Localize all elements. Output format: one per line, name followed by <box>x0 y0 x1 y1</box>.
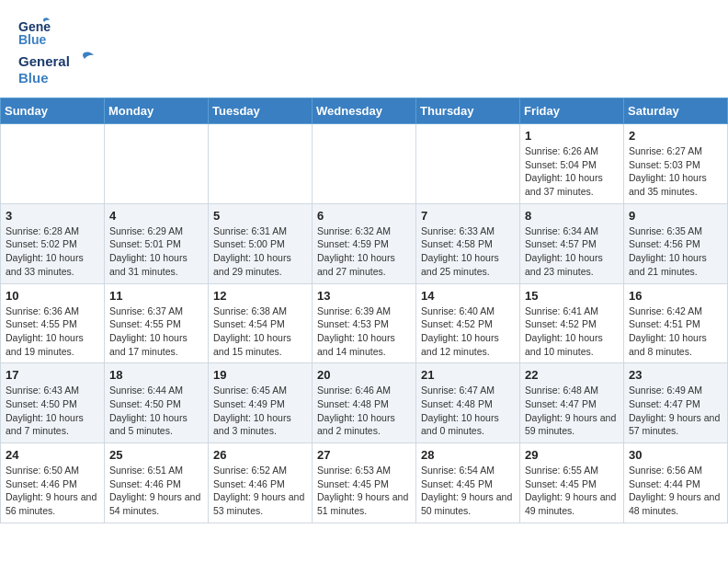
weekday-header-sunday: Sunday <box>1 98 105 124</box>
cell-text: Sunrise: 6:32 AMSunset: 4:59 PMDaylight:… <box>317 224 411 279</box>
calendar-cell: 27Sunrise: 6:53 AMSunset: 4:45 PMDayligh… <box>313 443 416 523</box>
logo: General Blue General Blue <box>18 15 110 86</box>
calendar-cell: 17Sunrise: 6:43 AMSunset: 4:50 PMDayligh… <box>1 363 105 443</box>
calendar-cell: 10Sunrise: 6:36 AMSunset: 4:55 PMDayligh… <box>1 283 105 363</box>
weekday-header-tuesday: Tuesday <box>209 98 313 124</box>
calendar-cell <box>209 124 313 204</box>
day-number: 11 <box>109 289 203 303</box>
cell-text: Sunrise: 6:33 AMSunset: 4:58 PMDaylight:… <box>421 224 515 279</box>
cell-text: Sunrise: 6:45 AMSunset: 4:49 PMDaylight:… <box>213 384 307 438</box>
day-number: 4 <box>109 209 203 223</box>
calendar-cell: 15Sunrise: 6:41 AMSunset: 4:52 PMDayligh… <box>520 283 624 363</box>
calendar-cell: 28Sunrise: 6:54 AMSunset: 4:45 PMDayligh… <box>416 443 520 523</box>
cell-text: Sunrise: 6:28 AMSunset: 5:02 PMDaylight:… <box>6 224 99 279</box>
day-number: 19 <box>213 368 307 382</box>
day-number: 28 <box>421 448 515 462</box>
weekday-header-monday: Monday <box>105 98 209 124</box>
calendar-cell: 20Sunrise: 6:46 AMSunset: 4:48 PMDayligh… <box>313 363 416 443</box>
weekday-header-friday: Friday <box>520 98 624 124</box>
day-number: 21 <box>421 368 515 382</box>
calendar-cell: 22Sunrise: 6:48 AMSunset: 4:47 PMDayligh… <box>520 363 624 443</box>
calendar-cell: 2Sunrise: 6:27 AMSunset: 5:03 PMDaylight… <box>624 124 728 204</box>
logo-full: General Blue <box>18 50 110 86</box>
calendar-cell: 25Sunrise: 6:51 AMSunset: 4:46 PMDayligh… <box>105 443 209 523</box>
day-number: 12 <box>213 289 307 303</box>
day-number: 29 <box>525 448 619 462</box>
week-row-3: 10Sunrise: 6:36 AMSunset: 4:55 PMDayligh… <box>1 283 728 363</box>
day-number: 24 <box>6 448 99 462</box>
logo-icon: General Blue <box>18 15 51 48</box>
cell-text: Sunrise: 6:43 AMSunset: 4:50 PMDaylight:… <box>6 384 99 438</box>
calendar-cell: 30Sunrise: 6:56 AMSunset: 4:44 PMDayligh… <box>624 443 728 523</box>
cell-text: Sunrise: 6:36 AMSunset: 4:55 PMDaylight:… <box>6 304 99 359</box>
cell-text: Sunrise: 6:50 AMSunset: 4:46 PMDaylight:… <box>6 464 99 518</box>
day-number: 1 <box>525 129 619 143</box>
calendar-cell: 6Sunrise: 6:32 AMSunset: 4:59 PMDaylight… <box>313 203 416 283</box>
cell-text: Sunrise: 6:27 AMSunset: 5:03 PMDaylight:… <box>629 144 722 199</box>
cell-text: Sunrise: 6:29 AMSunset: 5:01 PMDaylight:… <box>109 224 203 279</box>
cell-text: Sunrise: 6:55 AMSunset: 4:45 PMDaylight:… <box>525 464 619 518</box>
calendar-table: SundayMondayTuesdayWednesdayThursdayFrid… <box>0 98 728 523</box>
calendar-cell: 14Sunrise: 6:40 AMSunset: 4:52 PMDayligh… <box>416 283 520 363</box>
day-number: 30 <box>629 448 722 462</box>
day-number: 13 <box>317 289 411 303</box>
page-header: General Blue General Blue <box>0 0 728 90</box>
day-number: 8 <box>525 209 619 223</box>
calendar-cell: 7Sunrise: 6:33 AMSunset: 4:58 PMDaylight… <box>416 203 520 283</box>
day-number: 15 <box>525 289 619 303</box>
calendar-cell: 24Sunrise: 6:50 AMSunset: 4:46 PMDayligh… <box>1 443 105 523</box>
calendar-cell: 26Sunrise: 6:52 AMSunset: 4:46 PMDayligh… <box>209 443 313 523</box>
cell-text: Sunrise: 6:46 AMSunset: 4:48 PMDaylight:… <box>317 384 411 438</box>
calendar-cell: 4Sunrise: 6:29 AMSunset: 5:01 PMDaylight… <box>105 203 209 283</box>
page-container: General Blue General Blue SundayMon <box>0 0 728 523</box>
calendar-cell: 11Sunrise: 6:37 AMSunset: 4:55 PMDayligh… <box>105 283 209 363</box>
calendar-cell: 1Sunrise: 6:26 AMSunset: 5:04 PMDaylight… <box>520 124 624 204</box>
cell-text: Sunrise: 6:48 AMSunset: 4:47 PMDaylight:… <box>525 384 619 438</box>
cell-text: Sunrise: 6:53 AMSunset: 4:45 PMDaylight:… <box>317 464 411 518</box>
cell-text: Sunrise: 6:44 AMSunset: 4:50 PMDaylight:… <box>109 384 203 438</box>
cell-text: Sunrise: 6:49 AMSunset: 4:47 PMDaylight:… <box>629 384 722 438</box>
day-number: 27 <box>317 448 411 462</box>
svg-text:General: General <box>18 53 70 69</box>
day-number: 25 <box>109 448 203 462</box>
day-number: 23 <box>629 368 722 382</box>
day-number: 5 <box>213 209 307 223</box>
cell-text: Sunrise: 6:42 AMSunset: 4:51 PMDaylight:… <box>629 304 722 359</box>
week-row-1: 1Sunrise: 6:26 AMSunset: 5:04 PMDaylight… <box>1 124 728 204</box>
cell-text: Sunrise: 6:34 AMSunset: 4:57 PMDaylight:… <box>525 224 619 279</box>
cell-text: Sunrise: 6:39 AMSunset: 4:53 PMDaylight:… <box>317 304 411 359</box>
cell-text: Sunrise: 6:31 AMSunset: 5:00 PMDaylight:… <box>213 224 307 279</box>
weekday-header-wednesday: Wednesday <box>313 98 416 124</box>
calendar-cell: 5Sunrise: 6:31 AMSunset: 5:00 PMDaylight… <box>209 203 313 283</box>
calendar-cell: 18Sunrise: 6:44 AMSunset: 4:50 PMDayligh… <box>105 363 209 443</box>
cell-text: Sunrise: 6:35 AMSunset: 4:56 PMDaylight:… <box>629 224 722 279</box>
svg-text:Blue: Blue <box>18 70 49 86</box>
weekday-header-row: SundayMondayTuesdayWednesdayThursdayFrid… <box>1 98 728 124</box>
cell-text: Sunrise: 6:40 AMSunset: 4:52 PMDaylight:… <box>421 304 515 359</box>
calendar-cell: 23Sunrise: 6:49 AMSunset: 4:47 PMDayligh… <box>624 363 728 443</box>
calendar-cell: 29Sunrise: 6:55 AMSunset: 4:45 PMDayligh… <box>520 443 624 523</box>
day-number: 14 <box>421 289 515 303</box>
calendar-cell <box>1 124 105 204</box>
calendar-cell: 13Sunrise: 6:39 AMSunset: 4:53 PMDayligh… <box>313 283 416 363</box>
day-number: 26 <box>213 448 307 462</box>
calendar-cell: 12Sunrise: 6:38 AMSunset: 4:54 PMDayligh… <box>209 283 313 363</box>
cell-text: Sunrise: 6:56 AMSunset: 4:44 PMDaylight:… <box>629 464 722 518</box>
weekday-header-saturday: Saturday <box>624 98 728 124</box>
calendar-cell: 9Sunrise: 6:35 AMSunset: 4:56 PMDaylight… <box>624 203 728 283</box>
calendar-cell: 8Sunrise: 6:34 AMSunset: 4:57 PMDaylight… <box>520 203 624 283</box>
calendar-cell: 19Sunrise: 6:45 AMSunset: 4:49 PMDayligh… <box>209 363 313 443</box>
day-number: 20 <box>317 368 411 382</box>
week-row-2: 3Sunrise: 6:28 AMSunset: 5:02 PMDaylight… <box>1 203 728 283</box>
day-number: 16 <box>629 289 722 303</box>
day-number: 22 <box>525 368 619 382</box>
day-number: 17 <box>6 368 99 382</box>
cell-text: Sunrise: 6:47 AMSunset: 4:48 PMDaylight:… <box>421 384 515 438</box>
calendar-cell <box>416 124 520 204</box>
calendar-cell: 21Sunrise: 6:47 AMSunset: 4:48 PMDayligh… <box>416 363 520 443</box>
calendar-cell <box>105 124 209 204</box>
day-number: 10 <box>6 289 99 303</box>
calendar-cell: 16Sunrise: 6:42 AMSunset: 4:51 PMDayligh… <box>624 283 728 363</box>
cell-text: Sunrise: 6:38 AMSunset: 4:54 PMDaylight:… <box>213 304 307 359</box>
calendar-cell <box>313 124 416 204</box>
